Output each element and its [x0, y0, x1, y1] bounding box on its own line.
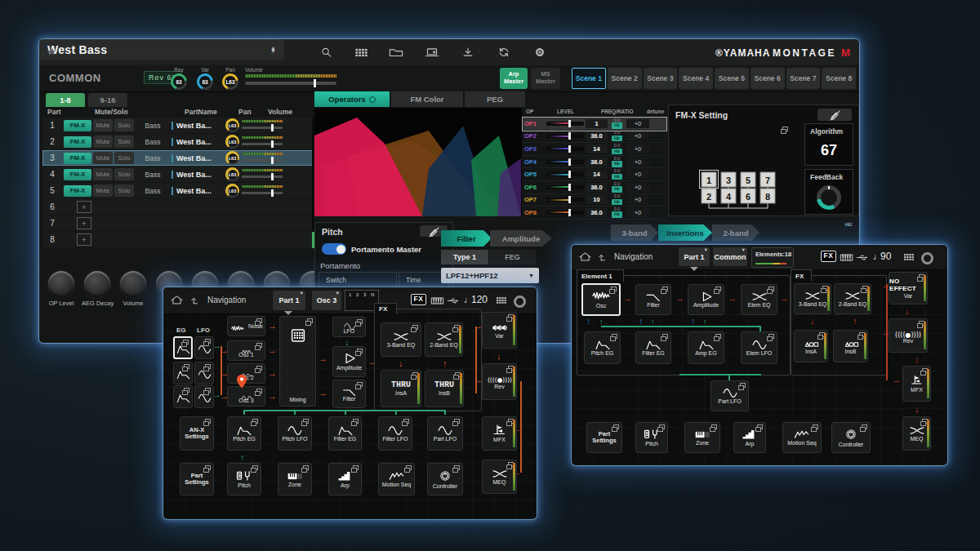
op-freq-value[interactable]: 14 [586, 170, 608, 179]
fx-badge[interactable]: FX [411, 294, 426, 305]
tile-3band-eq[interactable]: 3-Band EQ [794, 283, 831, 314]
nav-up-icon[interactable] [596, 250, 609, 264]
tile-controller[interactable]: Controller [427, 463, 463, 495]
tab-peg[interactable]: PEG [465, 91, 525, 107]
part-row-7[interactable]: 7+ [42, 216, 314, 231]
scene-button-8[interactable]: Scene 8 [822, 68, 856, 89]
tile-pitch-lfo[interactable]: Pitch LFO [278, 416, 312, 451]
solo-button[interactable]: Solo [114, 168, 134, 180]
panel-knob-2[interactable]: AEG Decay [82, 271, 113, 307]
scene-button-3[interactable]: Scene 3 [644, 68, 678, 89]
slider-handle[interactable] [271, 173, 274, 180]
tile-filter-lfo[interactable]: Filter LFO [378, 416, 412, 451]
tile-insa-thru[interactable]: THRU InsA [381, 370, 421, 407]
op-freq-value[interactable]: 36.0 [586, 158, 608, 167]
op-detune-value[interactable]: +0 [626, 131, 649, 140]
op-level-slider[interactable] [546, 185, 584, 189]
common-label[interactable]: COMMON [49, 72, 101, 84]
op-level-slider[interactable] [546, 122, 584, 126]
download-icon[interactable] [461, 45, 475, 60]
tab-part1[interactable]: Part 1▼ [273, 291, 305, 310]
op-level-handle[interactable] [568, 196, 571, 203]
tile-eg-3[interactable] [173, 385, 193, 408]
part-row-8[interactable]: 8+ [42, 232, 314, 247]
tile-3band-eq[interactable]: 3-Band EQ [381, 322, 421, 357]
part-volume-slider[interactable] [241, 152, 283, 165]
op-level-slider[interactable] [546, 198, 584, 202]
part-tab-1-8[interactable]: 1-8 [46, 93, 85, 107]
op-detune-value[interactable]: +0 [626, 170, 649, 179]
folder-icon[interactable] [389, 45, 403, 60]
rev-knob[interactable]: Rev 63 [168, 67, 189, 90]
op-freq-value[interactable]: 14 [586, 144, 608, 153]
op-detune-value[interactable]: +0 [626, 119, 649, 128]
volume-slider-handle[interactable] [314, 79, 316, 87]
arp-master-button[interactable]: Arp Master [500, 68, 528, 89]
utility-ring-icon[interactable] [921, 252, 933, 264]
tile-mfx[interactable]: MFX [902, 366, 931, 402]
part-row-3[interactable]: 3FM-XMuteSoloBassWest Ba...L63 [42, 150, 314, 166]
solo-button[interactable]: Solo [114, 152, 134, 164]
tile-anx-settings[interactable]: AN-X Settings [180, 416, 214, 451]
op-detune-value[interactable]: +0 [626, 208, 649, 217]
part-pan-knob[interactable]: L63 [225, 135, 239, 149]
tempo-value[interactable]: 90 [880, 251, 891, 262]
op-level-handle[interactable] [568, 120, 571, 127]
op-freq-value[interactable]: 1 [586, 119, 608, 128]
part-pan-knob[interactable]: L63 [225, 151, 239, 165]
tile-amplitude[interactable]: Amplitude [688, 284, 724, 315]
tempo-value[interactable]: 120 [471, 294, 488, 305]
mute-button[interactable]: Mute [93, 168, 113, 180]
part-pan-knob[interactable]: L63 [225, 118, 239, 132]
tile-lfo-1[interactable] [194, 336, 214, 359]
tile-rev[interactable]: ((((●)))) Rev [482, 363, 517, 400]
scene-button-6[interactable]: Scene 6 [751, 68, 785, 89]
performance-spinner-icon[interactable]: ▲▼ [270, 47, 276, 53]
tile-osc[interactable]: Osc [581, 283, 621, 316]
filter-type-dropdown[interactable]: LPF12+HPF12▼ [441, 268, 539, 283]
op-level-slider[interactable] [546, 147, 584, 151]
operator-row-OP2[interactable]: OP236.00.0Hz+0 [523, 131, 666, 144]
elements-badge[interactable]: Elements:18 [751, 247, 794, 268]
panel-knob-3[interactable]: Volume [118, 271, 149, 307]
part-tab-9-16[interactable]: 9-16 [88, 93, 127, 107]
solo-button[interactable]: Solo [114, 119, 134, 131]
performance-name-box[interactable]: West Bass ▲▼ [39, 39, 284, 60]
tile-part-settings[interactable]: Part Settings [586, 422, 622, 453]
operator-row-OP1[interactable]: OP110.0Hz+0 [523, 118, 666, 131]
op-detune-value[interactable]: +0 [626, 158, 649, 167]
tile-filter-eg[interactable]: Filter EG [635, 331, 671, 364]
solo-button[interactable]: Solo [114, 136, 134, 148]
portamento-master-toggle[interactable] [322, 243, 346, 255]
tab-feg[interactable]: FEG [489, 250, 536, 264]
favorite-star-icon[interactable]: ★ [47, 46, 56, 58]
operator-row-OP3[interactable]: OP3140.0Hz+0 [523, 143, 666, 156]
mute-button[interactable]: Mute [93, 136, 113, 148]
home-icon[interactable] [170, 293, 184, 307]
tile-noise[interactable]: Noise [227, 316, 265, 336]
tile-arp[interactable]: Arp [733, 422, 766, 453]
nav-up-icon[interactable] [189, 293, 202, 307]
tab-osc3[interactable]: Osc 3▼ [312, 291, 341, 310]
tile-amplitude[interactable]: Amplitude [332, 346, 366, 377]
tile-eg-1[interactable] [173, 336, 193, 359]
part-pan-knob[interactable]: L63 [225, 184, 239, 198]
solo-button[interactable]: Solo [114, 184, 134, 197]
knob[interactable] [48, 271, 74, 297]
tile-osc1[interactable]: Osc 1 [227, 340, 265, 361]
operator-row-OP5[interactable]: OP5140.0Hz+0 [523, 168, 666, 181]
op-freq-value[interactable]: 10 [586, 195, 608, 204]
tile-filter-eg[interactable]: Filter EG [328, 416, 362, 451]
search-icon[interactable] [319, 45, 334, 60]
tile-motion-seq[interactable]: Motion Seq [378, 463, 415, 495]
mute-button[interactable]: Mute [93, 184, 113, 197]
knob[interactable] [84, 271, 110, 297]
part-pan-knob[interactable]: L63 [225, 167, 239, 181]
operator-row-OP4[interactable]: OP436.00.0Hz+0 [523, 156, 666, 169]
refresh-icon[interactable] [497, 45, 511, 60]
tile-amp-eg[interactable]: Amp EG [688, 331, 724, 364]
tab-3band[interactable]: 3-band [611, 224, 658, 241]
tile-elem-eq[interactable]: Elem EQ [741, 284, 777, 315]
tile-lfo-2[interactable] [194, 362, 214, 384]
tile-part-lfo[interactable]: Part LFO [710, 380, 749, 411]
